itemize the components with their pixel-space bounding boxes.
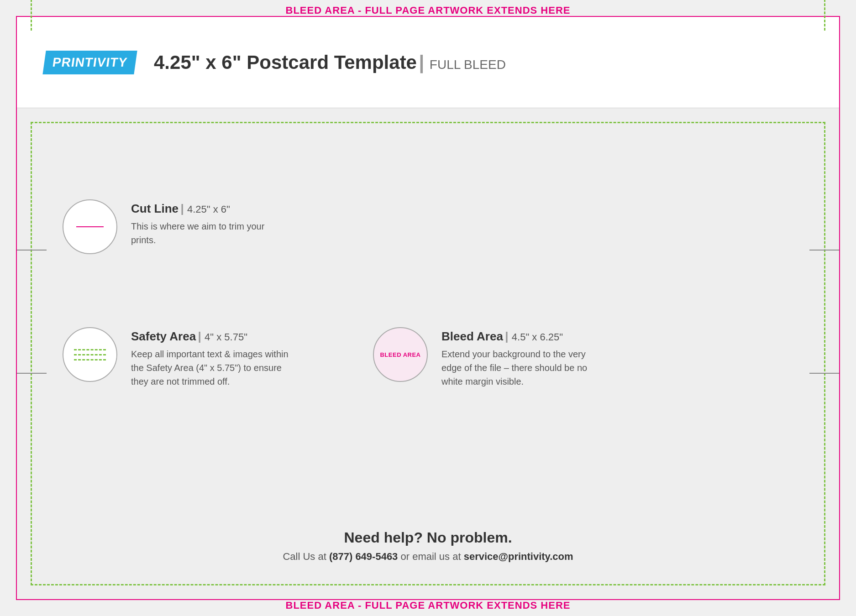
safety-pipe: | — [198, 329, 205, 343]
help-section: Need help? No problem. Call Us at (877) … — [17, 529, 839, 563]
help-call-text: Call Us at — [283, 551, 329, 562]
cut-line-pipe: | — [180, 202, 187, 215]
bleed-area-circle: BLEED AREA — [373, 327, 428, 382]
bleed-area-title: Bleed Area — [441, 329, 503, 343]
header-pipe: | — [419, 52, 429, 73]
bleed-line-indicator-right — [809, 373, 839, 374]
logo-badge: PRINTIVITY — [42, 51, 137, 74]
safety-dash-3 — [74, 359, 106, 360]
safety-circle-inner — [74, 349, 106, 360]
help-email-intro: or email us at — [400, 551, 463, 562]
bleed-area-title-row: Bleed Area | 4.5" x 6.25" — [441, 329, 601, 344]
cut-line-indicator-left — [17, 250, 47, 251]
help-email: service@printivity.com — [464, 551, 573, 562]
safety-line-indicator-left — [17, 373, 47, 374]
bleed-area-section: BLEED AREA Bleed Area | 4.5" x 6.25" Ext… — [373, 327, 601, 388]
header-title: 4.25" x 6" Postcard Template — [154, 52, 417, 73]
cut-line-red-line — [76, 226, 104, 227]
help-phone: (877) 649-5463 — [329, 551, 398, 562]
safety-dash-2 — [74, 354, 106, 355]
cut-line-section: Cut Line | 4.25" x 6" This is where we a… — [63, 199, 291, 254]
help-subtitle: Call Us at (877) 649-5463 or email us at… — [17, 551, 839, 563]
cut-line-description: This is where we aim to trim your prints… — [131, 219, 291, 247]
cut-line-title: Cut Line — [131, 202, 179, 215]
dashed-border-top-extension — [31, 0, 825, 31]
outer-bleed-container: PRINTIVITY 4.25" x 6" Postcard Template … — [16, 16, 840, 600]
header-title-block: 4.25" x 6" Postcard Template | FULL BLEE… — [154, 52, 506, 73]
cut-line-text-block: Cut Line | 4.25" x 6" This is where we a… — [131, 199, 291, 247]
bleed-area-description: Extend your background to the very edge … — [441, 347, 601, 388]
header-subtitle: FULL BLEED — [430, 57, 506, 72]
help-title: Need help? No problem. — [17, 529, 839, 546]
safety-area-circle — [63, 327, 117, 382]
bleed-area-text-block: Bleed Area | 4.5" x 6.25" Extend your ba… — [441, 327, 601, 388]
header-area: PRINTIVITY 4.25" x 6" Postcard Template … — [17, 17, 839, 108]
safety-area-title: Safety Area — [131, 329, 196, 343]
cut-line-indicator-right — [809, 250, 839, 251]
cut-line-circle — [63, 199, 117, 254]
safety-area-dimensions: 4" x 5.75" — [205, 331, 247, 343]
content-area: Cut Line | 4.25" x 6" This is where we a… — [17, 108, 839, 599]
bleed-bottom-label: BLEED AREA - FULL PAGE ARTWORK EXTENDS H… — [0, 600, 856, 611]
bleed-pipe: | — [505, 329, 512, 343]
safety-area-section: Safety Area | 4" x 5.75" Keep all import… — [63, 327, 291, 388]
bleed-area-dimensions: 4.5" x 6.25" — [512, 331, 563, 343]
safety-area-title-row: Safety Area | 4" x 5.75" — [131, 329, 291, 344]
cut-line-dimensions: 4.25" x 6" — [187, 204, 230, 215]
safety-area-description: Keep all important text & images within … — [131, 347, 291, 388]
safety-dash-1 — [74, 349, 106, 350]
safety-area-text-block: Safety Area | 4" x 5.75" Keep all import… — [131, 327, 291, 388]
cut-line-title-row: Cut Line | 4.25" x 6" — [131, 202, 291, 216]
bleed-circle-label: BLEED AREA — [380, 351, 420, 358]
